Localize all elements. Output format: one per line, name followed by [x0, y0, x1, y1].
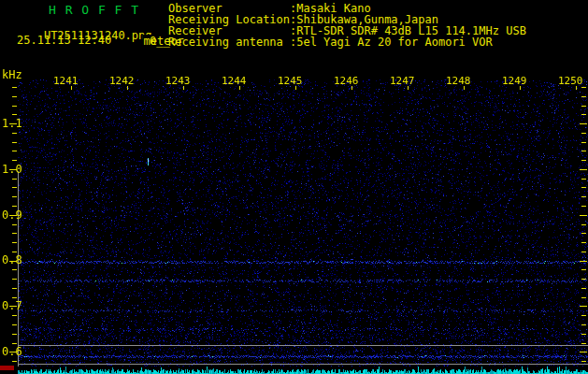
freq-tick-right [581, 133, 586, 134]
freq-tick-right [581, 151, 586, 151]
freq-tick-right [581, 343, 586, 344]
freq-tick-left [12, 160, 17, 161]
freq-tick-right [581, 224, 586, 225]
time-label: 1246 [334, 76, 359, 86]
freq-tick-left [12, 96, 17, 97]
freq-tick-right [580, 261, 587, 262]
freq-tick-right [581, 96, 586, 97]
time-label: 1244 [222, 76, 247, 86]
time-tick [239, 86, 240, 90]
time-tick [408, 86, 409, 90]
station-info-block: Observer:Masaki KanoReceiving Location:S… [168, 3, 526, 48]
time-tick [351, 86, 352, 90]
freq-tick-right [581, 206, 586, 207]
freq-tick-left [12, 151, 17, 151]
time-label: 1241 [53, 76, 79, 86]
freq-tick-left [12, 224, 17, 225]
freq-tick-left [12, 297, 17, 298]
signal-level-meter [18, 367, 588, 374]
freq-tick-left [12, 179, 17, 180]
freq-tick-left [9, 306, 17, 307]
freq-tick-right [581, 269, 586, 270]
time-label: 1249 [502, 76, 527, 86]
datetime-label: 25.11.13 12:40 [17, 35, 111, 46]
freq-tick-right [581, 252, 586, 252]
time-label: 1248 [446, 76, 471, 86]
spectrogram-canvas [18, 79, 588, 367]
freq-tick-right [581, 114, 586, 115]
info-value: :5el Yagi Az 20 for Aomori VOR [290, 36, 493, 49]
freq-tick-right [581, 361, 586, 362]
freq-tick-left [12, 269, 17, 270]
freq-tick-left [12, 343, 17, 344]
freq-tick-left [12, 361, 17, 362]
time-tick [576, 86, 577, 90]
freq-tick-right [581, 106, 586, 107]
freq-tick-left [12, 142, 17, 143]
time-tick [183, 86, 184, 90]
freq-tick-left [9, 352, 17, 352]
freq-axis-unit: kHz [2, 69, 22, 80]
time-tick [71, 86, 72, 90]
overload-indicator [0, 366, 14, 370]
freq-tick-left [12, 233, 17, 234]
freq-tick-right [581, 142, 586, 143]
freq-tick-right [580, 123, 587, 124]
freq-tick-right [581, 324, 586, 325]
freq-tick-left [12, 196, 17, 197]
freq-tick-left [9, 261, 17, 262]
freq-tick-left [12, 315, 17, 316]
time-label: 1245 [278, 76, 303, 86]
freq-tick-left [9, 123, 17, 124]
freq-tick-left [12, 87, 17, 88]
time-tick [295, 86, 296, 90]
freq-tick-right [580, 352, 587, 352]
freq-tick-left [12, 334, 17, 335]
freq-tick-left [12, 324, 17, 325]
freq-tick-right [581, 279, 586, 280]
freq-tick-left [12, 279, 17, 280]
freq-tick-right [581, 288, 586, 289]
freq-tick-left [12, 114, 17, 115]
hrofft-window: H R O F F T UT2511131240.pngmeteor 25.11… [0, 0, 588, 374]
freq-tick-right [581, 187, 586, 188]
freq-tick-right [581, 87, 586, 88]
freq-tick-left [12, 133, 17, 134]
time-label: 1242 [109, 76, 135, 86]
info-label: Receiving antenna [168, 36, 290, 48]
time-tick [520, 86, 521, 90]
freq-tick-left [9, 169, 17, 170]
freq-tick-right [581, 297, 586, 298]
freq-label: 0.8 [2, 254, 24, 266]
freq-tick-left [12, 187, 17, 188]
time-label: 1247 [390, 76, 415, 86]
freq-tick-right [581, 196, 586, 197]
freq-tick-right [581, 242, 586, 243]
app-title: H R O F F T [49, 4, 139, 16]
freq-tick-right [581, 315, 586, 316]
time-tick [464, 86, 465, 90]
freq-tick-right [581, 179, 586, 180]
freq-tick-left [9, 215, 17, 216]
freq-tick-left [12, 252, 17, 252]
time-label: 1243 [165, 76, 191, 86]
freq-tick-left [12, 106, 17, 107]
freq-tick-right [581, 233, 586, 234]
time-tick [127, 86, 128, 90]
freq-tick-right [581, 160, 586, 161]
freq-tick-right [580, 169, 587, 170]
freq-tick-left [12, 242, 17, 243]
freq-tick-right [580, 215, 587, 216]
freq-tick-left [12, 206, 17, 207]
info-row: Receiving antenna:5el Yagi Az 20 for Aom… [168, 36, 526, 48]
freq-tick-right [580, 306, 587, 307]
freq-tick-right [581, 334, 586, 335]
time-label: 1250 [558, 76, 583, 86]
freq-tick-left [12, 288, 17, 289]
echo-counter: 0__ [150, 36, 170, 47]
